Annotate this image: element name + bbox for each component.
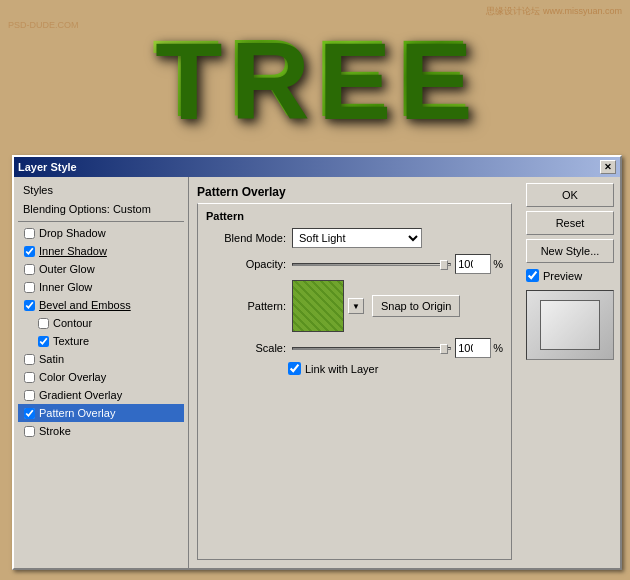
pattern-group-box: Pattern Blend Mode: Soft Light Normal Mu… [197, 203, 512, 560]
left-item-outer-glow[interactable]: Outer Glow [18, 260, 184, 278]
scale-label: Scale: [206, 342, 286, 354]
styles-header[interactable]: Styles [18, 181, 184, 199]
stroke-checkbox[interactable] [24, 426, 35, 437]
inner-shadow-label[interactable]: Inner Shadow [39, 245, 107, 257]
opacity-row: Opacity: % [206, 254, 503, 274]
left-item-bevel-emboss[interactable]: Bevel and Emboss [18, 296, 184, 314]
inner-shadow-checkbox[interactable] [24, 246, 35, 257]
pattern-label: Pattern: [206, 300, 286, 312]
thumbnail-inner [540, 300, 600, 350]
left-item-contour[interactable]: Contour [18, 314, 184, 332]
opacity-percent: % [493, 258, 503, 270]
bevel-emboss-label[interactable]: Bevel and Emboss [39, 299, 131, 311]
left-item-satin[interactable]: Satin [18, 350, 184, 368]
left-item-color-overlay[interactable]: Color Overlay [18, 368, 184, 386]
close-button[interactable]: ✕ [600, 160, 616, 174]
left-item-pattern-overlay[interactable]: Pattern Overlay [18, 404, 184, 422]
opacity-thumb[interactable] [440, 260, 448, 270]
blending-options-header[interactable]: Blending Options: Custom [18, 200, 184, 218]
satin-checkbox[interactable] [24, 354, 35, 365]
dialog-title: Layer Style [18, 161, 77, 173]
section-title: Pattern Overlay [197, 185, 512, 199]
opacity-slider[interactable] [292, 263, 451, 266]
satin-label: Satin [39, 353, 64, 365]
inner-glow-label: Inner Glow [39, 281, 92, 293]
scale-percent: % [493, 342, 503, 354]
texture-label: Texture [53, 335, 89, 347]
left-item-texture[interactable]: Texture [18, 332, 184, 350]
scale-thumb[interactable] [440, 344, 448, 354]
scale-slider-container[interactable]: % [292, 338, 503, 358]
tree-preview-text: TREE [152, 14, 477, 141]
layer-style-dialog: Layer Style ✕ Styles Blending Options: C… [12, 155, 622, 570]
preview-area: TREE 思缘设计论坛 www.missyuan.com PSD-DUDE.CO… [0, 0, 630, 155]
preview-label: Preview [543, 270, 582, 282]
pattern-dropdown-button[interactable]: ▼ [348, 298, 364, 314]
pattern-overlay-label: Pattern Overlay [39, 407, 115, 419]
opacity-input[interactable] [455, 254, 491, 274]
pattern-overlay-checkbox[interactable] [24, 408, 35, 419]
reset-button[interactable]: Reset [526, 211, 614, 235]
link-layer-row: Link with Layer [288, 362, 503, 375]
texture-checkbox[interactable] [38, 336, 49, 347]
color-overlay-label: Color Overlay [39, 371, 106, 383]
gradient-overlay-label: Gradient Overlay [39, 389, 122, 401]
gradient-overlay-checkbox[interactable] [24, 390, 35, 401]
outer-glow-label: Outer Glow [39, 263, 95, 275]
new-style-button[interactable]: New Style... [526, 239, 614, 263]
left-item-stroke[interactable]: Stroke [18, 422, 184, 440]
blend-mode-row: Blend Mode: Soft Light Normal Multiply S… [206, 228, 503, 248]
contour-label: Contour [53, 317, 92, 329]
watermark-top: 思缘设计论坛 www.missyuan.com [486, 5, 622, 18]
preview-row: Preview [526, 269, 614, 282]
preview-checkbox[interactable] [526, 269, 539, 282]
drop-shadow-label: Drop Shadow [39, 227, 106, 239]
blend-mode-select[interactable]: Soft Light Normal Multiply Screen Overla… [292, 228, 422, 248]
thumbnail-preview [526, 290, 614, 360]
outer-glow-checkbox[interactable] [24, 264, 35, 275]
left-item-gradient-overlay[interactable]: Gradient Overlay [18, 386, 184, 404]
group-box-title: Pattern [206, 210, 503, 222]
left-panel: Styles Blending Options: Custom Drop Sha… [14, 177, 189, 568]
opacity-label: Opacity: [206, 258, 286, 270]
pattern-preview[interactable] [292, 280, 344, 332]
scale-slider[interactable] [292, 347, 451, 350]
scale-input[interactable] [455, 338, 491, 358]
blend-mode-label: Blend Mode: [206, 232, 286, 244]
pattern-row: Pattern: ▼ Snap to Origin [206, 280, 503, 332]
dialog-body: Styles Blending Options: Custom Drop Sha… [14, 177, 620, 568]
scale-row: Scale: % [206, 338, 503, 358]
color-overlay-checkbox[interactable] [24, 372, 35, 383]
left-item-drop-shadow[interactable]: Drop Shadow [18, 224, 184, 242]
inner-glow-checkbox[interactable] [24, 282, 35, 293]
link-layer-label: Link with Layer [305, 363, 378, 375]
left-item-inner-shadow[interactable]: Inner Shadow [18, 242, 184, 260]
drop-shadow-checkbox[interactable] [24, 228, 35, 239]
bevel-emboss-checkbox[interactable] [24, 300, 35, 311]
snap-to-origin-button[interactable]: Snap to Origin [372, 295, 460, 317]
watermark-left: PSD-DUDE.COM [8, 20, 79, 30]
stroke-label: Stroke [39, 425, 71, 437]
dialog-title-bar: Layer Style ✕ [14, 157, 620, 177]
right-panel: OK Reset New Style... Preview [520, 177, 620, 568]
contour-checkbox[interactable] [38, 318, 49, 329]
opacity-slider-container[interactable]: % [292, 254, 503, 274]
middle-panel: Pattern Overlay Pattern Blend Mode: Soft… [189, 177, 520, 568]
ok-button[interactable]: OK [526, 183, 614, 207]
left-item-inner-glow[interactable]: Inner Glow [18, 278, 184, 296]
link-layer-checkbox[interactable] [288, 362, 301, 375]
